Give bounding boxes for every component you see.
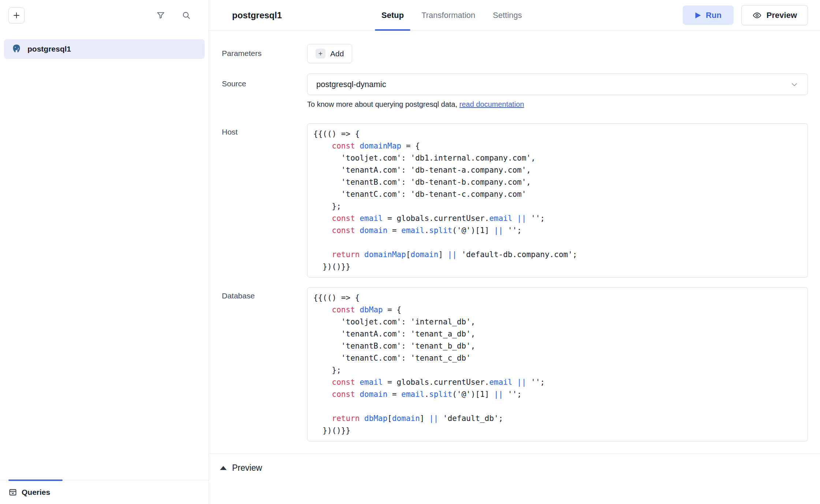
plus-icon: [12, 11, 21, 20]
filter-icon: [156, 11, 165, 20]
editor-tabs: Setup Transformation Settings: [373, 0, 531, 30]
run-button-label: Run: [706, 11, 722, 20]
query-editor-header: postgresql1 Setup Transformation Setting…: [209, 0, 820, 31]
header-actions: Run Preview: [683, 0, 808, 30]
parameters-row: Parameters Add: [209, 44, 820, 63]
tab-settings[interactable]: Settings: [484, 0, 531, 30]
collapse-caret-icon: [220, 466, 227, 470]
preview-button[interactable]: Preview: [741, 5, 808, 25]
preview-section-label: Preview: [232, 463, 262, 473]
source-select-value: postgresql-dynamic: [316, 80, 790, 89]
source-select[interactable]: postgresql-dynamic: [307, 74, 808, 95]
add-parameter-label: Add: [330, 49, 344, 58]
database-label: Database: [222, 287, 307, 300]
tab-setup[interactable]: Setup: [373, 0, 413, 30]
app-root: postgresql1 Queries postgresql1 Setup Tr…: [0, 0, 820, 504]
preview-section-header[interactable]: Preview: [209, 454, 820, 504]
source-label: Source: [222, 74, 307, 88]
search-icon: [182, 11, 191, 20]
host-control: {{(() => { const domainMap = { 'tooljet.…: [307, 123, 808, 278]
parameters-control: Add: [307, 44, 808, 63]
query-editor-panel: postgresql1 Setup Transformation Setting…: [209, 0, 820, 504]
sidebar-toolbar: [0, 0, 209, 31]
play-icon: [695, 12, 701, 19]
parameters-label: Parameters: [222, 44, 307, 58]
database-code-editor[interactable]: {{(() => { const dbMap = { 'tooljet.com'…: [307, 287, 808, 441]
setup-form: Parameters Add Source postgresql-dynamic: [209, 31, 820, 454]
source-control: postgresql-dynamic To know more about qu…: [307, 74, 808, 109]
plus-square-icon: [316, 49, 325, 59]
query-list: postgresql1: [0, 31, 209, 480]
eye-icon: [752, 11, 762, 20]
queries-label: Queries: [22, 488, 50, 497]
query-title: postgresql1: [232, 10, 282, 20]
host-label: Host: [222, 123, 307, 136]
query-item-label: postgresql1: [27, 45, 71, 53]
read-documentation-link[interactable]: read documentation: [459, 100, 524, 108]
add-query-button[interactable]: [8, 7, 25, 23]
source-help-prefix: To know more about querying postgresql d…: [307, 100, 457, 108]
database-control: {{(() => { const dbMap = { 'tooljet.com'…: [307, 287, 808, 441]
sidebar-footer: Queries: [0, 480, 209, 504]
run-button[interactable]: Run: [683, 5, 734, 25]
database-row: Database {{(() => { const dbMap = { 'too…: [209, 287, 820, 441]
postgresql-icon: [11, 44, 22, 54]
queries-sidebar: postgresql1 Queries: [0, 0, 209, 504]
filter-button[interactable]: [156, 11, 165, 20]
queries-icon: [8, 488, 17, 497]
tab-transformation[interactable]: Transformation: [413, 0, 484, 30]
host-code-editor[interactable]: {{(() => { const domainMap = { 'tooljet.…: [307, 123, 808, 278]
add-parameter-button[interactable]: Add: [307, 44, 352, 63]
search-button[interactable]: [182, 11, 191, 20]
source-row: Source postgresql-dynamic To know more a…: [209, 74, 820, 109]
query-list-item-postgresql1[interactable]: postgresql1: [4, 39, 205, 59]
queries-panel-toggle[interactable]: Queries: [8, 488, 50, 497]
chevron-down-icon: [790, 80, 799, 89]
queries-tab-indicator: [8, 479, 63, 481]
host-row: Host {{(() => { const domainMap = { 'too…: [209, 123, 820, 278]
preview-button-label: Preview: [767, 11, 797, 20]
source-help-text: To know more about querying postgresql d…: [307, 100, 808, 109]
